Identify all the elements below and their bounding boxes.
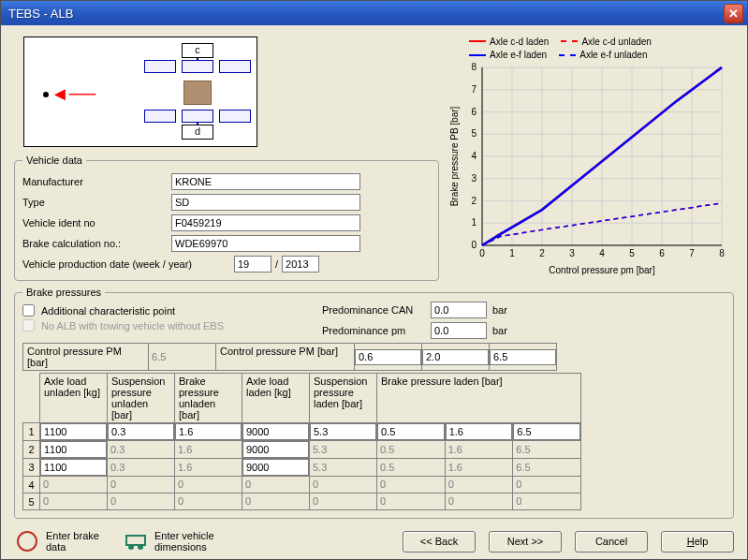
cell-readonly: 0 [108, 477, 174, 493]
table-row: 1 [23, 423, 581, 441]
svg-text:5: 5 [629, 248, 635, 258]
vehicle-dims-icon [123, 528, 149, 554]
prod-year-field[interactable] [282, 256, 319, 273]
cp-pm-r1-field[interactable] [355, 349, 421, 365]
enter-vehicle-dims-button[interactable]: Enter vehicle dimensions [123, 528, 220, 554]
cell-readonly: 6.5 [513, 460, 580, 476]
prod-week-field[interactable] [234, 256, 271, 273]
brake-legend: Brake pressures [22, 287, 105, 298]
svg-text:8: 8 [471, 62, 477, 72]
cell-readonly: 5.3 [310, 460, 376, 476]
cancel-button[interactable]: Cancel [575, 531, 648, 553]
enter-veh-label: Enter vehicle dimensions [154, 530, 220, 553]
cell-readonly: 6.5 [513, 442, 580, 458]
row-index: 2 [23, 441, 40, 459]
addl-characteristic-checkbox[interactable] [22, 304, 35, 317]
cell-readonly: 5.3 [310, 442, 376, 458]
svg-text:Brake pressure PB [bar]: Brake pressure PB [bar] [449, 106, 460, 206]
cell-readonly: 0 [40, 494, 107, 509]
cell-input[interactable] [108, 423, 174, 440]
cell-input[interactable] [175, 423, 242, 440]
svg-text:7: 7 [471, 84, 477, 95]
cell-readonly: 0.3 [108, 442, 174, 458]
svg-text:1: 1 [509, 248, 515, 258]
svg-text:6: 6 [659, 248, 665, 258]
next-button[interactable]: Next >> [489, 531, 562, 553]
enter-brake-data-button[interactable]: Enter brake data [14, 528, 102, 554]
cp-pm-r2-field[interactable] [422, 349, 489, 365]
legend-cd-unladen: Axle c-d unladen [581, 37, 652, 47]
svg-text:2: 2 [471, 196, 477, 206]
table-row: 400000000 [23, 477, 581, 494]
ident-field[interactable] [171, 214, 360, 231]
svg-rect-40 [126, 536, 145, 545]
svg-text:4: 4 [471, 151, 477, 161]
calc-field[interactable] [171, 235, 360, 252]
coupling-dot-icon [43, 92, 49, 97]
cell-input[interactable] [310, 423, 376, 440]
manufacturer-label: Manufacturer [22, 176, 168, 187]
svg-point-41 [128, 544, 134, 550]
legend-ef-laden: Axle e-f laden [490, 50, 547, 60]
cell-input[interactable] [242, 459, 309, 476]
pred-pm-label: Predominance pm [322, 325, 425, 336]
pred-can-field[interactable] [431, 302, 487, 318]
ident-label: Vehicle ident no [22, 217, 168, 228]
cell-input[interactable] [40, 423, 107, 440]
svg-text:6: 6 [471, 107, 477, 117]
cell-input[interactable] [446, 423, 513, 440]
type-field[interactable] [171, 194, 360, 211]
axle-label-d: d [182, 125, 213, 140]
cell-readonly: 0 [446, 477, 513, 493]
enter-brake-label: Enter brake data [46, 530, 102, 553]
cell-readonly: 0 [175, 477, 242, 493]
trailer-diagram: ◄── c d [23, 37, 257, 147]
cell-readonly: 0.5 [377, 442, 445, 458]
row-index: 3 [23, 459, 40, 477]
row-index: 4 [23, 477, 40, 494]
cell-readonly: 0 [446, 494, 513, 509]
pred-can-label: Predominance CAN [322, 304, 425, 316]
cell-readonly: 0 [513, 494, 580, 509]
svg-text:Control pressure pm [bar]: Control pressure pm [bar] [549, 265, 655, 275]
legend-ef-unladen: Axle e-f unladen [579, 50, 647, 60]
row-index: 1 [23, 423, 40, 441]
brake-icon [14, 528, 40, 554]
col-susp-unladen: Suspension pressure unladen [bar] [108, 374, 175, 423]
no-alb-checkbox [22, 319, 35, 332]
cp-pm-left-header: Control pressure PM [bar] [23, 344, 149, 371]
row-index: 5 [23, 494, 40, 510]
back-button[interactable]: << Back [403, 531, 476, 553]
cell-readonly: 0 [377, 494, 445, 509]
table-row: 20.31.65.30.51.66.5 [23, 441, 581, 459]
col-brake-laden: Brake pressure laden [bar] [377, 374, 581, 423]
cell-input[interactable] [513, 423, 580, 440]
cell-input[interactable] [40, 441, 107, 458]
cell-input[interactable] [40, 459, 107, 476]
window-title: TEBS - ALB [8, 7, 724, 21]
brake-pressures-group: Brake pressures Additional characteristi… [14, 287, 734, 519]
manufacturer-field[interactable] [171, 173, 360, 190]
pred-pm-field[interactable] [431, 322, 487, 339]
axle-label-c: c [182, 43, 213, 58]
cell-readonly: 1.6 [175, 442, 242, 458]
svg-point-42 [138, 544, 143, 550]
svg-text:3: 3 [471, 173, 477, 184]
cell-readonly: 0.5 [377, 460, 445, 476]
cell-input[interactable] [242, 423, 309, 440]
cell-input[interactable] [377, 423, 445, 440]
col-susp-laden: Suspension pressure laden [bar] [310, 374, 377, 423]
cell-input[interactable] [242, 441, 309, 458]
svg-text:8: 8 [719, 248, 725, 258]
svg-text:0: 0 [471, 240, 477, 250]
close-button[interactable]: ✕ [724, 4, 743, 23]
help-button[interactable]: Help [661, 531, 734, 553]
prod-date-label: Vehicle production date (week / year) [22, 258, 230, 270]
cell-readonly: 0 [175, 494, 242, 509]
no-alb-label: No ALB with towing vehicle without EBS [41, 320, 224, 332]
table-row: 500000000 [23, 494, 581, 510]
close-icon: ✕ [728, 7, 739, 21]
table-row: 30.31.65.30.51.66.5 [23, 459, 581, 477]
col-axle-load-unladen: Axle load unladen [kg] [40, 374, 108, 423]
cp-pm-r3-field[interactable] [490, 349, 556, 365]
